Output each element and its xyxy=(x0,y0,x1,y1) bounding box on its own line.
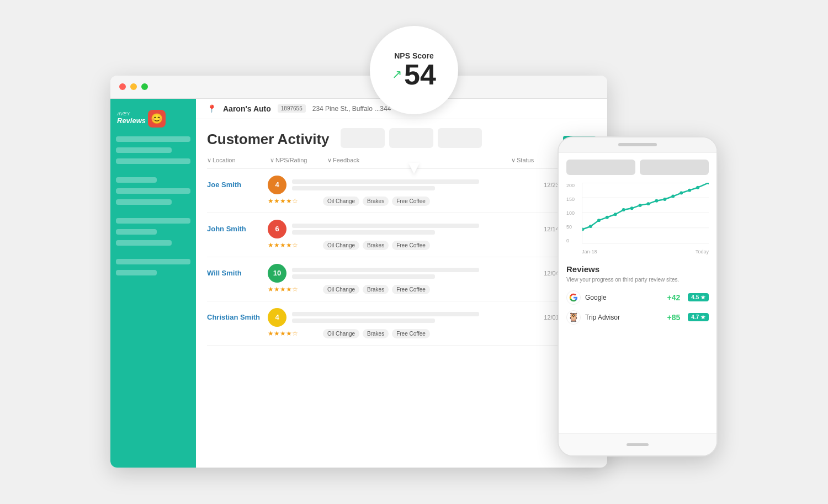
tags-col: Oil Change Brakes Free Coffee xyxy=(317,285,596,294)
traffic-light-red[interactable] xyxy=(119,83,126,90)
reviews-section: Reviews View your progress on third part… xyxy=(566,262,709,325)
customer-name[interactable]: John Smith xyxy=(207,225,268,233)
feedback-line xyxy=(292,179,479,184)
feedback-lines xyxy=(286,268,518,279)
sidebar-nav-item[interactable] xyxy=(116,270,157,275)
tag-oil-change[interactable]: Oil Change xyxy=(323,197,359,206)
customer-name[interactable]: Christian Smith xyxy=(207,313,268,321)
customer-name[interactable]: Will Smith xyxy=(207,269,268,277)
row-stars-and-tags: ★★★★☆ Oil Change Brakes Free Coffee xyxy=(207,285,596,294)
chart-dot xyxy=(707,183,709,184)
tag-brakes[interactable]: Brakes xyxy=(363,285,389,294)
row-top: Joe Smith 4 12/23/17 xyxy=(207,176,596,194)
feedback-line xyxy=(292,230,435,235)
chart-dot xyxy=(606,215,609,219)
tripadvisor-icon: 🦉 xyxy=(566,310,581,325)
y-label-200: 200 xyxy=(566,183,580,188)
x-label-jan: Jan-18 xyxy=(582,249,597,254)
chart-dot xyxy=(671,194,675,198)
phone-notch-bar xyxy=(618,143,657,146)
sidebar-nav-item[interactable] xyxy=(116,199,172,205)
stat-box-1[interactable] xyxy=(341,128,385,148)
google-platform-name: Google xyxy=(585,294,663,301)
tripadvisor-score: +85 xyxy=(667,313,681,322)
chart-dot xyxy=(680,191,683,194)
review-item-google: Google +42 4.5 ★ xyxy=(566,290,709,305)
col-header-location[interactable]: ∨ Location xyxy=(207,157,268,164)
chart-dot xyxy=(589,225,592,228)
sidebar-nav-item[interactable] xyxy=(116,188,190,194)
sidebar-nav-item[interactable] xyxy=(116,229,157,235)
phone-tab-1[interactable] xyxy=(566,160,635,175)
tags-col: Oil Change Brakes Free Coffee xyxy=(317,241,596,250)
home-indicator[interactable] xyxy=(627,443,649,446)
location-address: 234 Pine St., Buffalo ...344 xyxy=(312,105,391,113)
location-name[interactable]: Aaron's Auto xyxy=(223,104,271,113)
logo-icon: 😊 xyxy=(148,110,166,128)
star-rating: ★★★★☆ xyxy=(268,197,317,205)
col-header-nps[interactable]: ∨ NPS/Rating xyxy=(270,157,325,164)
tag-brakes[interactable]: Brakes xyxy=(363,197,389,206)
star-rating: ★★★★☆ xyxy=(268,241,317,249)
feedback-line xyxy=(292,186,435,190)
tripadvisor-rating-badge: 4.7 ★ xyxy=(688,313,709,321)
star-rating: ★★★★☆ xyxy=(268,330,317,337)
traffic-light-green[interactable] xyxy=(141,83,148,90)
location-icon: 📍 xyxy=(207,104,216,113)
sidebar-nav-item[interactable] xyxy=(116,158,190,164)
nps-badge: 10 xyxy=(268,264,286,283)
row-top: John Smith 6 12/14/17 xyxy=(207,220,596,238)
sidebar-nav-item[interactable] xyxy=(116,147,172,153)
nps-arrow-icon: ↗ xyxy=(392,67,402,82)
sidebar-nav-item[interactable] xyxy=(116,218,190,224)
x-label-today: Today xyxy=(696,249,709,254)
stat-box-3[interactable] xyxy=(438,128,482,148)
chart-dot xyxy=(688,188,691,192)
tag-brakes[interactable]: Brakes xyxy=(363,241,389,250)
phone-tab-2[interactable] xyxy=(640,160,709,175)
location-id-badge: 1897655 xyxy=(278,104,306,113)
chart-dot xyxy=(646,202,650,205)
sidebar-nav-item[interactable] xyxy=(116,259,190,264)
google-score: +42 xyxy=(667,293,681,302)
table-container: ∨ Location ∨ NPS/Rating ∨ Feedback ∨ xyxy=(196,152,607,468)
feedback-line xyxy=(292,268,479,272)
customer-name[interactable]: Joe Smith xyxy=(207,181,268,189)
tag-free-coffee[interactable]: Free Coffee xyxy=(392,241,430,250)
tag-free-coffee[interactable]: Free Coffee xyxy=(392,285,430,294)
table-row: Will Smith 10 12/04/17 ★★★★☆ xyxy=(207,257,596,301)
sidebar-nav-item[interactable] xyxy=(116,177,157,183)
tag-oil-change[interactable]: Oil Change xyxy=(323,329,359,338)
reviews-subtitle: View your progress on third party review… xyxy=(566,276,709,284)
row-top: Christian Smith 4 12/01/17 xyxy=(207,308,596,327)
feedback-line xyxy=(292,312,479,316)
table-header: ∨ Location ∨ NPS/Rating ∨ Feedback ∨ xyxy=(207,152,596,169)
tag-oil-change[interactable]: Oil Change xyxy=(323,285,359,294)
chart-svg xyxy=(582,183,709,243)
tripadvisor-platform-name: Trip Advisor xyxy=(585,314,663,321)
google-icon xyxy=(566,290,581,305)
tag-free-coffee[interactable]: Free Coffee xyxy=(392,197,430,206)
scene: NPS Score ↗ 54 AVEY Reviews 😊 xyxy=(110,26,718,479)
google-rating-badge: 4.5 ★ xyxy=(688,293,709,301)
chart-x-labels: Jan-18 Today xyxy=(582,249,709,254)
feedback-lines xyxy=(286,224,518,235)
phone-bottom-bar xyxy=(559,433,716,455)
tag-oil-change[interactable]: Oil Change xyxy=(323,241,359,250)
sidebar-logo: AVEY Reviews 😊 xyxy=(110,105,196,136)
chart-dot xyxy=(614,213,617,216)
sidebar-nav-item[interactable] xyxy=(116,136,190,142)
table-row: Joe Smith 4 12/23/17 ★★★★☆ xyxy=(207,169,596,213)
col-header-status[interactable]: ∨ Status xyxy=(511,157,561,164)
chart-dot xyxy=(663,198,666,201)
browser-body: AVEY Reviews 😊 xyxy=(110,99,607,468)
sidebar: AVEY Reviews 😊 xyxy=(110,99,196,468)
tag-free-coffee[interactable]: Free Coffee xyxy=(392,329,430,338)
row-stars-and-tags: ★★★★☆ Oil Change Brakes Free Coffee xyxy=(207,329,596,338)
nps-score-value: 54 xyxy=(404,60,436,89)
sidebar-nav-item[interactable] xyxy=(116,240,172,246)
tag-brakes[interactable]: Brakes xyxy=(363,329,389,338)
stat-box-2[interactable] xyxy=(389,128,433,148)
traffic-light-yellow[interactable] xyxy=(130,83,137,90)
feedback-line xyxy=(292,274,435,279)
